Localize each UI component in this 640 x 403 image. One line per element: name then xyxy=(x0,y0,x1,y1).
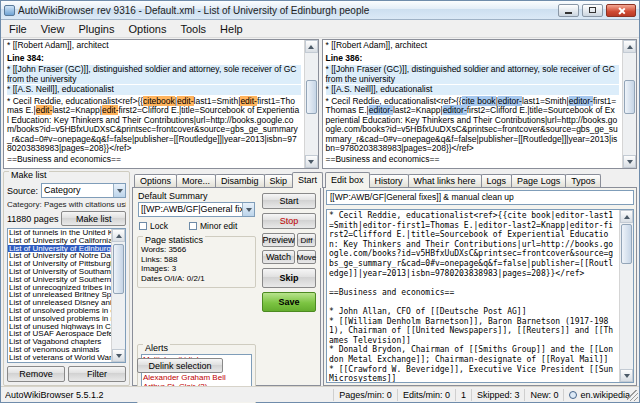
scrollbar-thumb[interactable] xyxy=(306,80,317,114)
scrollbar-thumb[interactable] xyxy=(624,80,635,114)
menu-plugins[interactable]: Plugins xyxy=(71,21,121,37)
page-list-scrollbar[interactable] xyxy=(111,229,125,362)
diff-context-line: * [[A.S. Neill]], educationalist xyxy=(7,85,301,95)
diff-line-number: Line 384: xyxy=(7,54,301,64)
page-list-item[interactable]: List of unsolved problems in econom xyxy=(8,307,111,315)
main-area: Make list Source: Category Category: Pag… xyxy=(1,171,639,386)
skip-button[interactable]: Skip xyxy=(262,268,316,288)
alert-item[interactable]: Alexander Graham Bell xyxy=(142,373,251,382)
make-list-button[interactable]: Make list xyxy=(61,211,126,226)
diff-segment: last1=Smith| xyxy=(194,96,241,106)
scroll-down-button[interactable] xyxy=(305,155,318,168)
tab-options[interactable]: Options xyxy=(134,174,177,187)
chevron-down-icon xyxy=(246,208,252,212)
diff-right-scrollbar[interactable] xyxy=(622,40,636,168)
scroll-up-button[interactable] xyxy=(620,210,633,223)
page-list-item[interactable]: List of unrecognized tribes in the Uni xyxy=(8,284,111,292)
menu-tools[interactable]: Tools xyxy=(173,21,213,37)
page-list-item[interactable]: List of unreleased Britney Spears so xyxy=(8,291,111,299)
category-note: Category: Pages with citations using un xyxy=(7,200,126,209)
tab-more[interactable]: More... xyxy=(176,174,216,187)
scrollbar-thumb[interactable] xyxy=(113,244,124,294)
scroll-down-button[interactable] xyxy=(112,349,125,362)
diff-segment: citebook xyxy=(143,96,175,106)
source-label: Source: xyxy=(7,186,38,196)
diff-pane-left[interactable]: * [[Robert Adam]], architectLine 384:* [… xyxy=(3,39,319,169)
diff-segment: edit- xyxy=(36,105,53,115)
scroll-up-button[interactable] xyxy=(112,229,125,242)
awb-window: AutoWikiBrowser rev 9316 - Default.xml -… xyxy=(0,0,640,403)
page-list-item[interactable]: List of venomous animals xyxy=(8,346,111,354)
tab-disambig[interactable]: Disambig xyxy=(215,174,265,187)
scrollbar-thumb[interactable] xyxy=(621,224,632,264)
stop-button[interactable]: Stop xyxy=(262,213,316,229)
summary-select[interactable]: [[WP:AWB/GF|General fixes]] &... xyxy=(138,202,255,217)
edit-scrollbar[interactable] xyxy=(619,210,633,382)
status-right: Pages/min: 0Edits/min: 01Skipped: 3New: … xyxy=(333,387,635,402)
lock-checkbox[interactable]: Lock xyxy=(139,221,168,231)
tab-typos[interactable]: Typos xyxy=(565,174,601,187)
diff-changed-line: * Cecil Reddie, educationalist<ref>{{cit… xyxy=(326,97,620,154)
close-button[interactable] xyxy=(606,4,636,17)
filter-button[interactable]: Filter xyxy=(68,366,126,382)
page-list-item[interactable]: List of unsolved problems in mathem xyxy=(8,315,111,323)
page-list-item[interactable]: List of tunnels in the United Kingdo xyxy=(8,229,111,237)
scroll-down-button[interactable] xyxy=(620,369,633,382)
menu-help[interactable]: Help xyxy=(213,21,250,37)
page-list-item[interactable]: List of USAF Aerospace Defense Co xyxy=(8,330,111,338)
page-listbox[interactable]: List of tunnels in the United KingdoList… xyxy=(7,228,126,363)
scroll-up-button[interactable] xyxy=(623,40,636,53)
menu-view[interactable]: View xyxy=(34,21,72,37)
status-item-skipped-3: Skipped: 3 xyxy=(471,389,525,401)
minimize-button[interactable] xyxy=(558,4,579,17)
edit-textarea[interactable]: * Cecil Reddie, educationalist<ref>{{cit… xyxy=(326,209,634,383)
combo-arrow[interactable] xyxy=(242,203,254,216)
preview-button[interactable]: Preview xyxy=(262,233,295,247)
combo-arrow[interactable] xyxy=(113,184,125,197)
tab-page-logs[interactable]: Page Logs xyxy=(511,174,566,187)
page-list-item[interactable]: List of unused highways in Californi xyxy=(8,323,111,331)
scroll-down-button[interactable] xyxy=(623,155,636,168)
page-list-item[interactable]: List of veterans of World War I who xyxy=(8,354,111,362)
maximize-button[interactable] xyxy=(582,4,603,17)
source-row: Source: Category xyxy=(7,183,126,198)
page-list-item[interactable]: List of University of Notre Dame alu xyxy=(8,252,111,260)
minor-edit-checkbox[interactable]: Minor edit xyxy=(189,221,237,231)
tab-edit-box[interactable]: Edit box xyxy=(325,172,370,188)
tab-skip[interactable]: Skip xyxy=(264,174,294,187)
resize-grip[interactable] xyxy=(627,390,638,401)
menu-file[interactable]: File xyxy=(2,21,34,37)
page-list-item[interactable]: List of Vagabond chapters xyxy=(8,338,111,346)
tab-history[interactable]: History xyxy=(369,174,409,187)
menu-options[interactable]: Options xyxy=(121,21,173,37)
delink-selection-button[interactable]: Delink selection xyxy=(137,358,223,373)
start-button[interactable]: Start xyxy=(262,193,316,209)
edit-summary-input[interactable]: [[WP:AWB/GF|General fixes]] & manual cle… xyxy=(326,190,634,205)
make-list-panel: Make list Source: Category Category: Pag… xyxy=(3,171,130,386)
tab-start[interactable]: Start xyxy=(292,172,323,188)
save-button[interactable]: Save xyxy=(262,292,316,312)
page-list-item[interactable]: List of University of Southampton pe xyxy=(8,268,111,276)
tab-what-links-here[interactable]: What links here xyxy=(408,174,482,187)
page-list-item[interactable]: List of University of Pittsburgh peopl xyxy=(8,260,111,268)
diff-button[interactable]: Diff xyxy=(297,233,316,247)
diff-segment: last2=Knapp| xyxy=(393,105,443,115)
page-list-item[interactable]: List of University of California, Berkel… xyxy=(8,237,111,245)
diff-context-line: ==Business and economics== xyxy=(7,155,301,165)
title-bar[interactable]: AutoWikiBrowser rev 9316 - Default.xml -… xyxy=(1,1,639,20)
move-button[interactable]: Move xyxy=(297,250,316,264)
scroll-up-button[interactable] xyxy=(305,40,318,53)
status-bar: AutoWikiBrowser 5.5.1.2 Pages/min: 0Edit… xyxy=(1,386,639,402)
watch-button[interactable]: Watch xyxy=(262,250,295,264)
scroll-down-icon xyxy=(627,160,633,164)
diff-left-scrollbar[interactable] xyxy=(304,40,318,168)
tab-logs[interactable]: Logs xyxy=(481,174,513,187)
alerts-label: Alerts xyxy=(143,344,170,353)
diff-pane-right[interactable]: * [[Robert Adam]], architectLine 386:* [… xyxy=(322,39,638,169)
source-select[interactable]: Category xyxy=(41,183,126,198)
page-list-item[interactable]: List of University of Edinburgh peopl xyxy=(8,245,111,253)
page-count-label: 11880 pages xyxy=(7,214,58,224)
page-list-item[interactable]: List of unreleased Disney animated xyxy=(8,299,111,307)
page-list-item[interactable]: List of University of Southern Califor xyxy=(8,276,111,284)
remove-button[interactable]: Remove xyxy=(7,366,65,382)
